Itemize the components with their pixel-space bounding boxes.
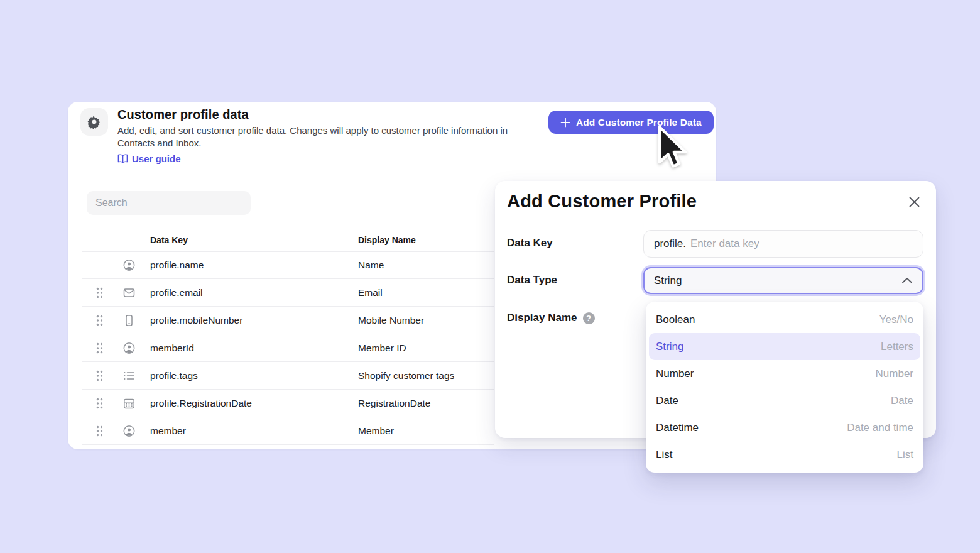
table-row: profile.name Name: [82, 251, 494, 279]
column-header-display-name: Display Name: [358, 235, 416, 245]
table-header: Data Key Display Name: [82, 227, 494, 252]
data-key-cell: profile.email: [150, 287, 203, 298]
modal-title: Add Customer Profile: [507, 191, 697, 212]
gear-icon: [87, 114, 102, 129]
page-background: Customer profile data Add, edit, and sor…: [0, 0, 980, 553]
chevron-up-icon: [901, 277, 913, 284]
table-row-partial: [82, 445, 494, 449]
column-header-data-key: Data Key: [150, 235, 188, 245]
data-type-value: String: [654, 275, 682, 287]
envelope-icon: [123, 287, 135, 298]
table-row: member Member: [82, 417, 494, 445]
dropdown-option-list[interactable]: List List: [649, 441, 920, 468]
dropdown-option-date[interactable]: Date Date: [649, 387, 920, 414]
dropdown-option-datetime[interactable]: Datetime Date and time: [649, 414, 920, 441]
table-row: profile.tags Shopify customer tags: [82, 362, 494, 390]
search-input[interactable]: Search: [87, 191, 251, 215]
table-body: profile.name Name profile.email Email: [82, 251, 494, 449]
user-guide-label: User guide: [132, 153, 181, 164]
header-divider: [68, 170, 716, 170]
calendar-icon: [123, 397, 135, 409]
person-icon: [123, 425, 135, 437]
data-key-cell: profile.name: [150, 260, 204, 271]
display-name-cell: Shopify customer tags: [358, 370, 454, 381]
drag-handle-icon[interactable]: [95, 425, 104, 437]
display-name-cell: Email: [358, 287, 383, 298]
dropdown-option-string[interactable]: String Letters: [649, 333, 920, 360]
table-row: profile.RegistrationDate RegistrationDat…: [82, 390, 494, 417]
book-icon: [117, 154, 128, 163]
drag-handle-icon[interactable]: [95, 314, 104, 326]
data-key-cell: memberId: [150, 342, 194, 354]
table-row: memberId Member ID: [82, 334, 494, 362]
data-type-select[interactable]: String: [643, 267, 923, 294]
user-guide-link[interactable]: User guide: [117, 153, 181, 164]
dropdown-option-number[interactable]: Number Number: [649, 360, 920, 387]
phone-icon: [123, 314, 135, 326]
dropdown-option-boolean[interactable]: Boolean Yes/No: [649, 306, 920, 333]
drag-handle-icon[interactable]: [95, 370, 104, 381]
close-icon[interactable]: [906, 194, 922, 210]
mouse-cursor-icon: [655, 124, 691, 176]
display-name-cell: RegistrationDate: [358, 398, 430, 409]
table-row: profile.email Email: [82, 279, 494, 307]
drag-handle-icon[interactable]: [95, 397, 104, 409]
display-name-cell: Name: [358, 260, 384, 271]
settings-icon-badge: [80, 108, 108, 136]
list-icon: [123, 370, 135, 381]
search-placeholder: Search: [95, 197, 128, 209]
plus-icon: [560, 118, 570, 128]
data-key-placeholder: Enter data key: [690, 238, 760, 250]
data-key-input[interactable]: profile. Enter data key: [643, 230, 923, 258]
display-name-cell: Member ID: [358, 342, 406, 354]
display-name-label: Display Name ?: [507, 312, 595, 324]
data-type-label: Data Type: [507, 274, 557, 287]
drag-handle-icon[interactable]: [95, 287, 104, 298]
table-row: profile.mobileNumber Mobile Number: [82, 307, 494, 334]
data-key-label: Data Key: [507, 237, 553, 249]
display-name-cell: Mobile Number: [358, 315, 424, 326]
data-key-prefix: profile.: [654, 238, 686, 250]
data-key-cell: profile.RegistrationDate: [150, 398, 252, 409]
data-key-cell: member: [150, 425, 186, 437]
person-icon: [123, 342, 135, 354]
help-icon[interactable]: ?: [583, 312, 595, 324]
data-key-cell: profile.tags: [150, 370, 198, 381]
drag-handle-icon[interactable]: [95, 342, 104, 354]
page-title: Customer profile data: [117, 107, 249, 122]
data-type-dropdown: Boolean Yes/No String Letters Number Num…: [646, 302, 923, 473]
page-description: Add, edit, and sort customer profile dat…: [117, 124, 523, 150]
display-name-cell: Member: [358, 425, 394, 437]
data-key-cell: profile.mobileNumber: [150, 315, 242, 326]
person-icon: [123, 259, 135, 271]
